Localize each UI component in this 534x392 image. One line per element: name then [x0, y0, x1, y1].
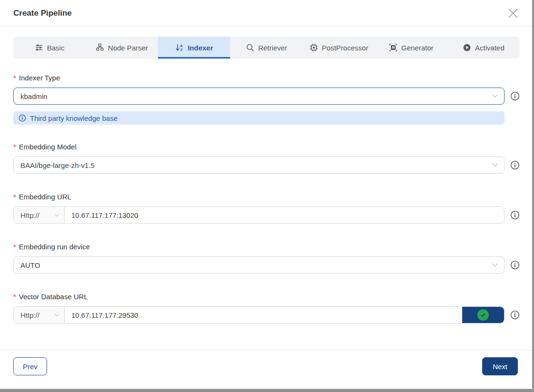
- embedding-url-info-button[interactable]: [510, 210, 520, 220]
- tab-label: Generator: [401, 44, 434, 52]
- tab-generator[interactable]: AI Generator: [375, 37, 447, 59]
- tab-label: PostProcessor: [322, 44, 369, 52]
- tab-basic[interactable]: Basic: [13, 37, 86, 59]
- indexer-type-value: kbadmin: [20, 92, 48, 100]
- tab-node-parser[interactable]: Node Parser: [86, 37, 158, 59]
- tab-label: Node Parser: [108, 44, 148, 52]
- tab-retriever[interactable]: Retriever: [230, 37, 302, 59]
- embedding-run-device-select[interactable]: AUTO: [13, 256, 505, 274]
- embedding-run-device-info-button[interactable]: [510, 260, 520, 270]
- chevron-down-icon: [54, 314, 59, 317]
- hierarchy-icon: [96, 43, 104, 52]
- search-icon: [246, 43, 254, 52]
- vector-database-url-input[interactable]: [65, 307, 462, 323]
- vertical-scrollbar-track[interactable]: [532, 0, 534, 392]
- success-check-icon: [477, 309, 489, 321]
- prev-button[interactable]: Prev: [13, 357, 47, 375]
- tab-indexer[interactable]: A Z Indexer: [158, 37, 230, 59]
- tab-label: Retriever: [258, 44, 287, 52]
- chevron-down-icon: [492, 94, 498, 98]
- info-icon: [510, 310, 520, 320]
- pipeline-tabbar: Basic Node Parser A Z Indexer: [13, 37, 520, 59]
- indexer-type-hint-banner: Third party knowledge base: [13, 111, 505, 125]
- ai-icon: AI: [389, 43, 398, 52]
- tab-activated[interactable]: Activated: [447, 37, 520, 59]
- vector-database-url-protocol-select[interactable]: Http://: [14, 307, 65, 323]
- required-mark: *: [13, 193, 16, 201]
- protocol-value: Http://: [20, 211, 39, 219]
- chip-icon: [310, 43, 318, 52]
- dialog-footer: Prev Next: [0, 350, 534, 375]
- tab-label: Indexer: [188, 44, 213, 52]
- chevron-down-icon: [492, 163, 498, 167]
- embedding-run-device-value: AUTO: [20, 261, 40, 269]
- embedding-model-info-button[interactable]: [510, 160, 520, 170]
- svg-text:AI: AI: [392, 46, 395, 49]
- embedding-model-select[interactable]: BAAI/bge-large-zh-v1.5: [13, 157, 505, 174]
- dialog-header: Create Pipeline: [0, 0, 534, 27]
- hint-text: Third party knowledge base: [30, 114, 117, 122]
- required-mark: *: [13, 243, 16, 251]
- required-mark: *: [13, 293, 16, 301]
- embedding-url-input[interactable]: [65, 207, 504, 223]
- info-icon: [510, 91, 520, 101]
- tab-label: Basic: [47, 44, 65, 52]
- required-mark: *: [13, 143, 16, 151]
- indexer-type-info-button[interactable]: [510, 91, 520, 101]
- chevron-down-icon: [492, 263, 498, 267]
- embedding-run-device-label: * Embedding run device: [13, 243, 520, 251]
- tab-postprocessor[interactable]: PostProcessor: [303, 37, 375, 59]
- vector-database-url-test-button[interactable]: [462, 307, 504, 323]
- page-title: Create Pipeline: [13, 9, 72, 18]
- close-button[interactable]: [508, 9, 518, 18]
- sliders-icon: [35, 43, 43, 52]
- chevron-down-icon: [54, 214, 59, 217]
- embedding-url-label: * Embedding URL: [13, 193, 520, 201]
- embedding-model-value: BAAI/bge-large-zh-v1.5: [20, 161, 95, 169]
- protocol-value: Http://: [20, 311, 39, 319]
- embedding-url-protocol-select[interactable]: Http://: [14, 207, 65, 223]
- info-icon: [19, 114, 26, 122]
- vector-database-url-label: * Vector Database URL: [13, 293, 520, 301]
- info-icon: [510, 210, 520, 220]
- vector-database-url-info-button[interactable]: [510, 310, 520, 320]
- play-circle-icon: [463, 43, 471, 52]
- info-icon: [510, 160, 520, 170]
- required-mark: *: [13, 74, 16, 82]
- next-button[interactable]: Next: [482, 357, 518, 375]
- sort-az-icon: A Z: [175, 43, 184, 52]
- info-icon: [510, 260, 520, 270]
- tab-label: Activated: [475, 44, 505, 52]
- close-icon: [508, 9, 518, 18]
- dialog-body: Basic Node Parser A Z Indexer: [0, 37, 534, 323]
- horizontal-scrollbar-track[interactable]: [0, 389, 534, 392]
- svg-text:Z: Z: [180, 48, 183, 52]
- embedding-model-label: * Embedding Model: [13, 143, 520, 151]
- indexer-type-select[interactable]: kbadmin: [13, 88, 505, 105]
- indexer-type-label: * Indexer Type: [13, 74, 520, 82]
